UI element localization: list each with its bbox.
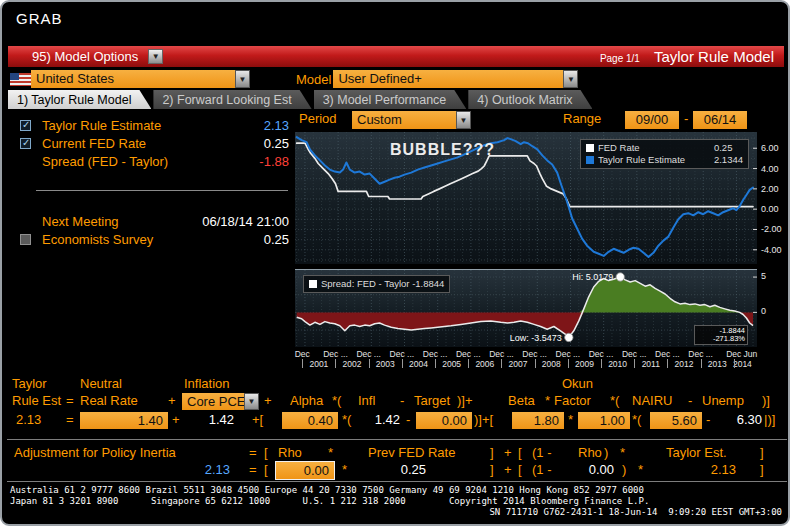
x-axis-month-label: Dec ... (323, 349, 348, 359)
model-summary-panel: Taylor Rule Estimate 2.13 Current FED Ra… (8, 110, 295, 372)
model-label: Model (296, 72, 331, 87)
x-axis-month-label: Dec ... (423, 349, 448, 359)
current-fed-rate-label: Current FED Rate (42, 136, 146, 151)
spread-current-pct: -271.83% (697, 335, 745, 343)
beta-input[interactable]: 1.80 (512, 412, 564, 429)
formula-text: Taylor Est. (666, 445, 727, 460)
formula-text: * (545, 393, 550, 408)
formula-text: NAIRU (632, 393, 672, 408)
spread-legend-value: -1.8844 (412, 278, 444, 289)
formula-text: *( (342, 412, 351, 427)
formula-text: Rho (578, 445, 602, 460)
x-axis-year-label: 2002 (343, 359, 362, 369)
taylor-rule-est-value: 2.13 (16, 412, 41, 427)
current-fed-rate-checkbox[interactable] (20, 138, 31, 149)
tab-forward-looking-est[interactable]: 2) Forward Looking Est (153, 90, 311, 109)
policy-inertia-section: Adjustment for Policy Inertia=[Rho*Prev … (2, 442, 790, 480)
model-select[interactable]: User Defined+ (333, 70, 563, 88)
low-marker-label: Low: -3.5473 (510, 333, 562, 343)
period-select-arrow-icon[interactable]: ▼ (456, 111, 471, 129)
x-axis-year-label: 2012 (675, 359, 694, 369)
x-axis-month-label: Dec (295, 349, 310, 359)
period-label: Period (299, 111, 337, 126)
x-axis-year-label: 2007 (509, 359, 528, 369)
selector-row: United States ▼ Model User Defined+ ▼ (8, 69, 784, 89)
country-select[interactable]: United States (31, 70, 235, 88)
formula-text: ] (760, 445, 764, 460)
economists-survey-value: 0.25 (264, 232, 289, 247)
model-select-arrow-icon[interactable]: ▼ (563, 70, 578, 88)
x-axis-separator (601, 359, 602, 368)
taylor-rule-estimate-checkbox[interactable] (20, 120, 31, 131)
chart-panel: Period Custom ▼ Range 09/00 - 06/14 BUBB… (295, 110, 786, 372)
range-from-input[interactable]: 09/00 (625, 111, 679, 129)
x-axis-year-label: 2008 (542, 359, 561, 369)
formula-text: Rho (278, 445, 302, 460)
taylor-est-value: 2.13 (686, 462, 736, 477)
adjusted-taylor-value: 2.13 (188, 462, 230, 477)
formula-text: = (249, 462, 257, 477)
red-menu-bar: 95) Model Options ▼ Page 1/1 Taylor Rule… (8, 46, 784, 67)
adjustment-equation-row: Adjustment for Policy Inertia=[Rho*Prev … (2, 445, 790, 463)
spread-chart-y-axis: 50 (761, 269, 790, 346)
economists-survey-label: Economists Survey (42, 232, 153, 247)
formula-text: Adjustment for Policy Inertia (14, 445, 176, 460)
redbar-right: Page 1/1 Taylor Rule Model (600, 48, 784, 65)
formula-text: Okun (562, 376, 593, 391)
formula-text: = (66, 412, 74, 427)
chevron-down-icon[interactable]: ▼ (148, 49, 163, 64)
period-select[interactable]: Custom (352, 111, 456, 129)
formula-text: Neutral (80, 376, 122, 391)
tab-model-performance[interactable]: 3) Model Performance (314, 90, 467, 109)
formula-text: - (688, 393, 692, 408)
core-pce-value: 1.42 (192, 412, 234, 427)
taylor-rule-estimate-row: Taylor Rule Estimate 2.13 (8, 118, 295, 135)
formula-text: Prev FED Rate (368, 445, 455, 460)
real-rate-input[interactable]: 1.40 (80, 412, 168, 429)
spread-label: Spread (FED - Taylor) (42, 154, 168, 169)
inflation-measure-select[interactable]: Core PCE (182, 393, 244, 410)
okun-factor-input[interactable]: 1.00 (578, 412, 630, 429)
formula-text: = (66, 393, 74, 408)
fed-rate-legend-value: 0.25 (714, 142, 733, 154)
x-axis-separator (302, 359, 303, 368)
x-axis-month-label: Dec ... (589, 349, 614, 359)
panel-divider (36, 190, 288, 191)
taylor-rule-estimate-value: 2.13 (264, 118, 289, 133)
x-axis-year-label: 2010 (608, 359, 627, 369)
y-axis-label: 0.00 (761, 204, 779, 214)
formula-text: Target (414, 393, 450, 408)
formula-text: +[ (252, 412, 263, 427)
formula-text: - (400, 393, 404, 408)
formula-equation-row: Rule Est=Real Rate+Core PCE▼+Alpha*(Infl… (2, 393, 790, 411)
tab-taylor-rule-model[interactable]: 1) Taylor Rule Model (8, 90, 151, 109)
alpha-input[interactable]: 0.40 (282, 412, 338, 429)
formula-text: ] (490, 445, 494, 460)
formula-text: Taylor (12, 376, 47, 391)
target-input[interactable]: 0.00 (416, 412, 472, 429)
bubble-annotation: BUBBLE??? (390, 141, 495, 159)
spread-legend-label: Spread: FED - Taylor (321, 278, 410, 289)
x-axis-separator (402, 359, 403, 368)
formula-text: Rule Est (12, 393, 61, 408)
nairu-input[interactable]: 5.60 (650, 412, 702, 429)
tab-outlook-matrix[interactable]: 4) Outlook Matrix (468, 90, 592, 109)
economists-survey-row: Economists Survey 0.25 (8, 232, 295, 249)
economists-survey-checkbox[interactable] (20, 234, 31, 245)
x-axis-separator (634, 359, 635, 368)
rho-input[interactable]: 0.00 (276, 462, 334, 479)
spread-chart: Low: -3.5473Hi: 5.0179 Spread: FED - Tay… (295, 269, 757, 347)
fed-rate-swatch-icon (586, 144, 594, 152)
range-to-input[interactable]: 06/14 (693, 111, 747, 129)
formula-text: ) (604, 445, 608, 460)
current-fed-rate-value: 0.25 (264, 136, 289, 151)
inflation-measure-select-arrow-icon[interactable]: ▼ (244, 393, 259, 410)
x-axis-month-label: Dec (726, 349, 741, 359)
country-select-arrow-icon[interactable]: ▼ (235, 70, 250, 88)
formula-text: [ (264, 462, 268, 477)
formula-values-row: 2.13=1.40+1.42+[0.40*(1.42-0.00)]+[1.80*… (2, 412, 790, 430)
taylor-legend-label: Taylor Rule Estimate (598, 154, 706, 166)
model-options-button[interactable]: 95) Model Options ▼ (32, 49, 163, 64)
x-axis-year-label: 2013 (708, 359, 727, 369)
formula-text: ] (760, 462, 764, 477)
